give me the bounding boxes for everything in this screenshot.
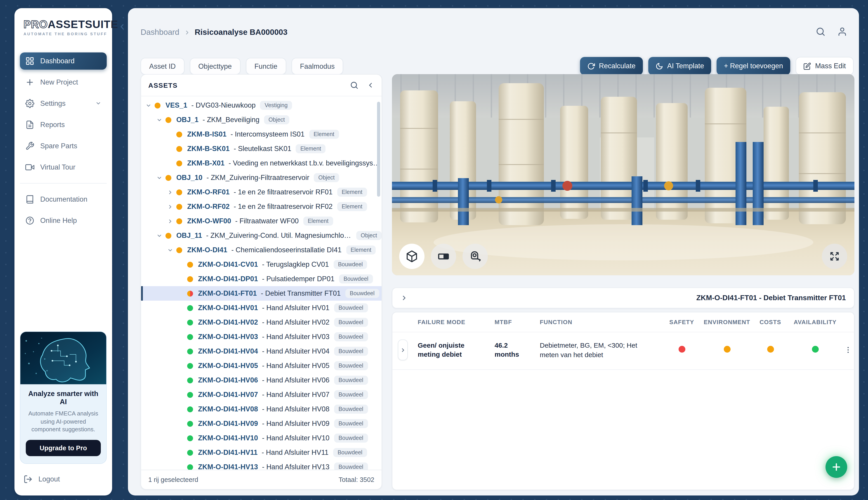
tree-item-type-badge: Bouwdeel: [345, 289, 379, 298]
tree-item-type-badge: Bouwdeel: [334, 318, 368, 327]
environment-status-dot[interactable]: [723, 345, 730, 352]
tree-item-ZKM-O-DI41-HV02[interactable]: ZKM-O-DI41-HV02- Hand Afsluiter HV02Bouw…: [141, 315, 381, 330]
ai-template-button[interactable]: AI Template: [648, 57, 711, 75]
chevron-down-icon[interactable]: [146, 102, 155, 108]
status-dot-green: [187, 435, 193, 441]
chevron-right-icon[interactable]: [167, 204, 176, 209]
menu-item-label: New Project: [40, 78, 78, 86]
tree-item-ZKM-O-DI41-HV05[interactable]: ZKM-O-DI41-HV05- Hand Afsluiter HV05Bouw…: [141, 359, 381, 373]
tree-item-ZKM-O-WF00[interactable]: ZKM-O-WF00- Filtraatwater WF00Element: [141, 214, 381, 228]
chevron-down-icon[interactable]: [157, 175, 165, 181]
tree-item-name: - Terugslagklep CV01: [262, 260, 329, 269]
tree-item-name: - 1e en 2e filtraatreservoir RF01: [234, 188, 333, 196]
tree-item-code: ZKM-O-DI41-HV09: [198, 420, 258, 428]
tree-item-ZKM-O-DI41-HV13[interactable]: ZKM-O-DI41-HV13- Hand Afsluiter HV13Bouw…: [141, 460, 381, 470]
column-header-safety: SAFETY: [669, 319, 694, 326]
costs-status-dot[interactable]: [767, 345, 774, 352]
sidebar-collapse-icon[interactable]: [118, 23, 126, 31]
sidebar-divider: [20, 183, 107, 183]
chevron-down-icon[interactable]: [157, 117, 165, 123]
tree-item-ZKM-O-RF01[interactable]: ZKM-O-RF01- 1e en 2e filtraatreservoir R…: [141, 185, 381, 200]
sidebar-menu-secondary: DocumentationOnline Help: [14, 187, 112, 229]
add-rule-button[interactable]: + Regel toevoegen: [717, 57, 790, 75]
tree-item-ZKM-O-DI41-HV08[interactable]: ZKM-O-DI41-HV08- Hand Afsluiter HV08Bouw…: [141, 402, 381, 416]
tree-item-name: - Hand Afsluiter HV01: [262, 304, 329, 312]
row-menu-icon[interactable]: [844, 346, 852, 354]
availability-status-dot[interactable]: [812, 345, 819, 352]
tree-item-ZKM-B-IS01[interactable]: ZKM-B-IS01- Intercomsysteem IS01Element: [141, 127, 381, 141]
status-dot-green: [187, 421, 193, 427]
filter-chip-objecttype[interactable]: Objecttype: [190, 58, 240, 75]
column-header-function: FUNCTION: [540, 319, 662, 326]
tree-item-code: ZKM-O-DI41: [187, 246, 227, 254]
tree-item-ZKM-O-DI41-HV06[interactable]: ZKM-O-DI41-HV06- Hand Afsluiter HV06Bouw…: [141, 373, 381, 387]
tree-item-ZKM-B-SK01[interactable]: ZKM-B-SK01- Sleutelkast SK01Element: [141, 141, 381, 156]
mass-edit-button[interactable]: Mass Edit: [796, 57, 854, 75]
status-dot-orange: [176, 189, 182, 195]
recalculate-button[interactable]: Recalculate: [580, 57, 643, 75]
filter-chip-asset-id[interactable]: Asset ID: [140, 58, 184, 75]
sidebar-item-new-project[interactable]: New Project: [20, 73, 107, 91]
fullscreen-button[interactable]: [822, 244, 847, 269]
tree-item-ZKM-O-DI41-HV11[interactable]: ZKM-O-DI41-HV11- Hand Afsluiter HV11Bouw…: [141, 445, 381, 460]
assets-collapse-icon[interactable]: [367, 81, 374, 89]
search-icon[interactable]: [815, 27, 825, 37]
tree-item-ZKM-O-DI41-CV01[interactable]: ZKM-O-DI41-CV01- Terugslagklep CV01Bouwd…: [141, 257, 381, 272]
tree-item-ZKM-O-DI41-HV07[interactable]: ZKM-O-DI41-HV07- Hand Afsluiter HV07Bouw…: [141, 387, 381, 402]
file-icon: [25, 120, 34, 129]
sidebar-item-dashboard[interactable]: Dashboard: [20, 52, 107, 69]
tree-item-ZKM-O-DI41-FT01[interactable]: ZKM-O-DI41-FT01- Debiet Transmitter FT01…: [141, 286, 381, 300]
filter-chip-faalmodus[interactable]: Faalmodus: [292, 58, 343, 75]
sidebar-item-virtual-tour[interactable]: Virtual Tour: [20, 158, 107, 175]
tree-item-ZKM-O-DI41-HV04[interactable]: ZKM-O-DI41-HV04- Hand Afsluiter HV04Bouw…: [141, 344, 381, 359]
filter-chip-functie[interactable]: Functie: [246, 58, 286, 75]
sidebar-item-reports[interactable]: Reports: [20, 116, 107, 133]
ai-promo-card: Analyze smarter with AI Automate FMECA a…: [20, 332, 107, 464]
tree-item-ZKM-O-DI41-HV03[interactable]: ZKM-O-DI41-HV03- Hand Afsluiter HV03Bouw…: [141, 330, 381, 344]
chevron-down-icon[interactable]: [157, 232, 165, 238]
tree-item-ZKM-O-DI41[interactable]: ZKM-O-DI41- Chemicaliendoseerinstallatie…: [141, 243, 381, 257]
tree-item-ZKM-O-DI41-DP01[interactable]: ZKM-O-DI41-DP01- Pulsatiedemper DP01Bouw…: [141, 272, 381, 286]
split-view-button[interactable]: [431, 244, 456, 269]
assets-panel-title: ASSETS: [148, 81, 178, 89]
tree-item-ZKM-B-X01[interactable]: ZKM-B-X01- Voeding en netwerkkast t.b.v.…: [141, 156, 381, 170]
status-dot-green: [187, 363, 193, 369]
status-dot-green: [187, 319, 193, 325]
tree-item-OBJ_1[interactable]: OBJ_1- ZKM_BeveiligingObject: [141, 113, 381, 127]
measure-tape-icon: [468, 250, 482, 263]
sidebar-item-online-help[interactable]: Online Help: [20, 212, 107, 229]
brand-pro: PRO: [23, 18, 48, 30]
tree-item-name: - Intercomsysteem IS01: [231, 130, 305, 138]
assets-search-icon[interactable]: [350, 81, 358, 90]
add-fab-button[interactable]: [825, 456, 847, 478]
tree-scrollbar[interactable]: [377, 102, 380, 197]
sidebar-item-settings[interactable]: Settings: [20, 95, 107, 112]
tree-item-VES_1[interactable]: VES_1- DVG03-NieuwkoopVestiging: [141, 98, 381, 113]
tree-item-OBJ_10[interactable]: OBJ_10- ZKM_Zuivering-FiltraatreservoirO…: [141, 170, 381, 185]
upgrade-to-pro-button[interactable]: Upgrade to Pro: [26, 440, 101, 456]
row-expand-button[interactable]: [398, 340, 408, 360]
detail-expand-icon[interactable]: [401, 294, 408, 302]
sidebar-item-spare-parts[interactable]: Spare Parts: [20, 137, 107, 155]
chevron-right-icon[interactable]: [167, 189, 176, 195]
user-icon[interactable]: [837, 27, 847, 37]
breadcrumb-root[interactable]: Dashboard: [140, 27, 179, 37]
tree-item-OBJ_11[interactable]: OBJ_11- ZKM_Zuivering-Cond. Util. Magnes…: [141, 228, 381, 243]
tree-item-ZKM-O-RF02[interactable]: ZKM-O-RF02- 1e en 2e filtraatreservoir R…: [141, 200, 381, 214]
view-3d-button[interactable]: [399, 244, 424, 269]
chevron-right-icon[interactable]: [167, 218, 176, 224]
logout-button[interactable]: Logout: [14, 470, 112, 496]
tree-item-ZKM-O-DI41-HV01[interactable]: ZKM-O-DI41-HV01- Hand Afsluiter HV01Bouw…: [141, 300, 381, 315]
column-header-costs: COSTS: [760, 319, 781, 326]
chevron-down-icon[interactable]: [167, 247, 176, 253]
sidebar-item-documentation[interactable]: Documentation: [20, 191, 107, 208]
measure-button[interactable]: [462, 244, 488, 269]
asset-photo-viewer[interactable]: [392, 74, 854, 275]
tree-item-code: ZKM-O-DI41-HV11: [198, 448, 258, 457]
tree-item-ZKM-O-DI41-HV10[interactable]: ZKM-O-DI41-HV10- Hand Afsluiter HV10Bouw…: [141, 431, 381, 445]
tree-item-code: ZKM-O-DI41-DP01: [198, 275, 258, 283]
tree-item-type-badge: Bouwdeel: [334, 361, 368, 370]
safety-status-dot[interactable]: [678, 345, 685, 352]
selection-count: 1 rij geselecteerd: [148, 476, 198, 483]
tree-item-ZKM-O-DI41-HV09[interactable]: ZKM-O-DI41-HV09- Hand Afsluiter HV09Bouw…: [141, 416, 381, 431]
